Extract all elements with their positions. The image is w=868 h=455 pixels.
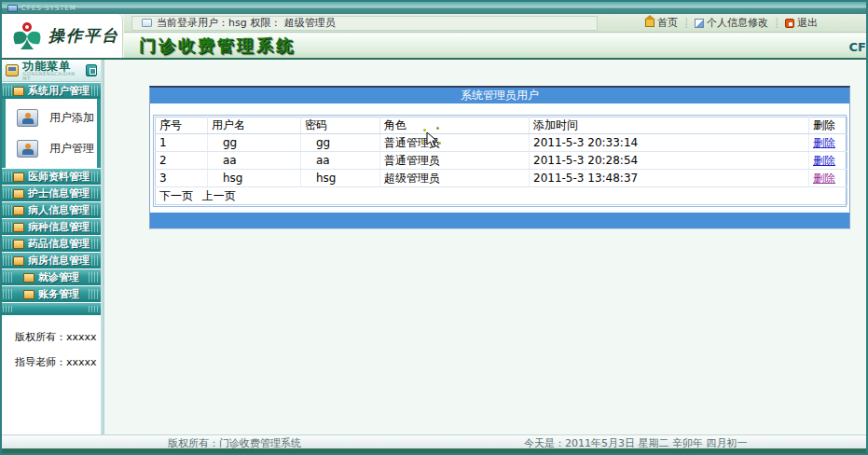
- submenu-item-label: 用户管理: [49, 141, 94, 157]
- computer-icon: [23, 273, 34, 283]
- sidebar-item-label: 医师资料管理: [28, 170, 90, 184]
- user-table: 序号用户名密码角色添加时间删除 1gggg普通管理员2011-5-3 20:33…: [155, 117, 847, 205]
- panel-body: 序号用户名密码角色添加时间删除 1gggg普通管理员2011-5-3 20:33…: [150, 103, 849, 213]
- cell-password: aa: [301, 152, 380, 170]
- cell-role: 普通管理员: [380, 152, 530, 170]
- sidebar-item-label: 护士信息管理: [28, 186, 90, 200]
- sidebar-item-label: 病人信息管理: [28, 203, 90, 217]
- computer-icon: [13, 223, 24, 232]
- sidebar: 功能菜单 GONGNENGCAIDAN MT 系统用户管理用户添加用户管理医师资…: [2, 60, 101, 434]
- header-link-home[interactable]: 首页: [645, 16, 678, 30]
- sidebar-item-label: 账务管理: [38, 287, 79, 301]
- column-header: 用户名: [208, 117, 301, 134]
- table-row: 3hsghsg超级管理员2011-5-3 13:48:37删除: [156, 170, 847, 187]
- sidebar-item[interactable]: 就诊管理: [2, 269, 101, 285]
- column-header: 密码: [301, 117, 380, 134]
- table-header-row: 序号用户名密码角色添加时间删除: [156, 117, 847, 134]
- main-content: 系统管理员用户 序号用户名密码角色添加时间删除 1gggg普通管理员2011-5…: [104, 60, 866, 434]
- sidebar-item-label: 病种信息管理: [28, 220, 90, 234]
- table-row: 1gggg普通管理员2011-5-3 20:33:14删除: [156, 134, 847, 152]
- column-header: 删除: [809, 117, 847, 134]
- cell-time: 2011-5-3 20:33:14: [530, 134, 809, 152]
- cell-delete: 删除: [809, 152, 847, 170]
- next-page-link[interactable]: 下一页: [159, 189, 193, 202]
- header-link-label: 退出: [797, 16, 818, 30]
- header-link-logout[interactable]: 退出: [785, 16, 818, 30]
- header-link-label: 个人信息修改: [707, 16, 768, 30]
- page-header: 操作平台 当前登录用户：hsg 权限： 超级管理员 首页┊个人信息修改┊退出 门…: [2, 14, 866, 58]
- cell-no: 2: [156, 152, 208, 170]
- panel-title-bar: 系统管理员用户: [150, 88, 849, 103]
- app-window: CFES SYSTEM 操作平台 当前登录用户：hsg 权限： 超级管理员 首页…: [0, 0, 868, 455]
- computer-icon: [13, 172, 24, 182]
- cell-role: 普通管理员: [380, 134, 530, 152]
- link-separator: ┊: [683, 18, 689, 28]
- sidebar-item[interactable]: 病房信息管理: [2, 253, 101, 269]
- cell-username: hsg: [208, 170, 301, 187]
- cell-password: hsg: [301, 170, 380, 187]
- submenu: 用户添加用户管理: [2, 99, 101, 168]
- sidebar-item[interactable]: 药品信息管理: [2, 236, 101, 252]
- corner-text: CF: [849, 40, 866, 58]
- sidebar-item[interactable]: 系统用户管理: [2, 83, 101, 99]
- sidebar-item[interactable]: 医师资料管理: [2, 169, 101, 185]
- sidebar-item[interactable]: 病种信息管理: [2, 219, 101, 235]
- page-footer: 版权所有：门诊收费管理系统 今天是：2011年5月3日 星期二 辛卯年 四月初一: [2, 434, 866, 448]
- cell-password: gg: [301, 134, 380, 152]
- computer-icon: [13, 189, 24, 199]
- menu-subtitle: GONGNENGCAIDAN MT: [22, 72, 81, 81]
- header-link-edit[interactable]: 个人信息修改: [695, 16, 768, 30]
- submenu-item[interactable]: 用户添加: [6, 103, 97, 133]
- computer-icon: [13, 256, 24, 266]
- cell-username: gg: [208, 134, 301, 152]
- computer-icon: [23, 290, 34, 299]
- computer-icon: [13, 87, 24, 96]
- menu-title-wrap: 功能菜单 GONGNENGCAIDAN MT: [22, 61, 81, 81]
- logo-area: 操作平台: [2, 14, 123, 58]
- table-row: 2aaaa普通管理员2011-5-3 20:28:54删除: [156, 152, 847, 170]
- submenu-item-label: 用户添加: [49, 110, 94, 126]
- link-separator: ┊: [774, 18, 779, 28]
- header-links: 首页┊个人信息修改┊退出: [645, 16, 866, 30]
- menu-items: 系统用户管理用户添加用户管理医师资料管理护士信息管理病人信息管理病种信息管理药品…: [2, 83, 101, 315]
- delete-link[interactable]: 删除: [813, 172, 835, 185]
- current-user-bar: 当前登录用户：hsg 权限： 超级管理员: [131, 16, 598, 31]
- user-table-body: 1gggg普通管理员2011-5-3 20:33:14删除2aaaa普通管理员2…: [156, 134, 847, 187]
- panel-footer-bar: [150, 213, 849, 228]
- submenu-item[interactable]: 用户管理: [6, 133, 97, 164]
- logo-icon: [11, 21, 43, 51]
- sidebar-item-label: 药品信息管理: [28, 237, 90, 251]
- cell-role: 超级管理员: [380, 170, 530, 187]
- home-icon: [645, 19, 654, 27]
- header-link-label: 首页: [657, 16, 678, 30]
- current-user-text: 当前登录用户：hsg 权限： 超级管理员: [157, 16, 336, 30]
- header-top-strip: 当前登录用户：hsg 权限： 超级管理员 首页┊个人信息修改┊退出: [124, 14, 866, 33]
- sidebar-item[interactable]: 病人信息管理: [2, 202, 101, 218]
- panel-title: 系统管理员用户: [150, 88, 849, 103]
- delete-link[interactable]: 删除: [813, 136, 835, 149]
- menu-collapse-button[interactable]: [86, 64, 97, 76]
- prev-page-link[interactable]: 上一页: [202, 189, 236, 202]
- sidebar-item[interactable]: 护士信息管理: [2, 186, 101, 201]
- cell-delete: 删除: [809, 134, 847, 152]
- window-titlebar: CFES SYSTEM: [2, 2, 866, 14]
- logout-icon: [785, 19, 794, 28]
- window-title: CFES SYSTEM: [21, 5, 76, 12]
- cell-no: 1: [156, 134, 208, 152]
- system-title: 门诊收费管理系统: [124, 34, 296, 58]
- cell-username: aa: [208, 152, 301, 170]
- column-header: 序号: [156, 117, 208, 134]
- sidebar-item[interactable]: 账务管理: [2, 286, 101, 302]
- sidebar-item-label: 病房信息管理: [28, 254, 90, 268]
- user-screen-icon: [17, 109, 38, 127]
- sidebar-empty-bar: [2, 303, 101, 315]
- delete-link[interactable]: 删除: [813, 154, 835, 167]
- cell-time: 2011-5-3 13:48:37: [530, 170, 809, 187]
- column-header: 添加时间: [530, 117, 809, 134]
- menu-icon: [6, 64, 19, 76]
- window-app-icon: [7, 5, 18, 12]
- user-table-container: 序号用户名密码角色添加时间删除 1gggg普通管理员2011-5-3 20:33…: [153, 115, 847, 207]
- logo-text: 操作平台: [48, 25, 119, 47]
- computer-icon: [13, 240, 24, 249]
- sidebar-teacher: 指导老师：xxxxx: [2, 355, 101, 369]
